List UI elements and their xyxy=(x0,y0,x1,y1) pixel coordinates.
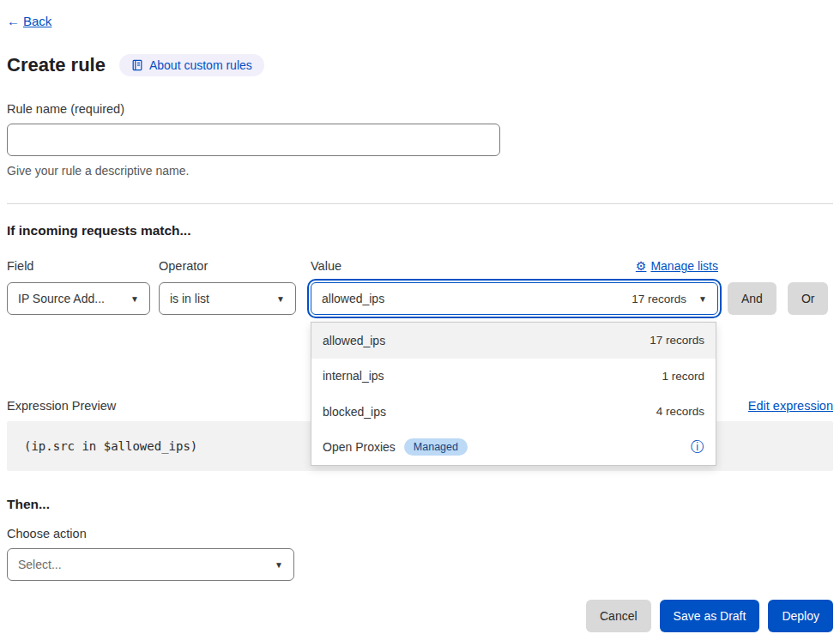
match-labels-row: Field Operator Value ⚙Manage lists xyxy=(7,259,833,273)
value-column-label: Value xyxy=(311,259,341,273)
chevron-down-icon: ▼ xyxy=(275,560,283,570)
back-label: Back xyxy=(23,14,51,28)
page-title: Create rule xyxy=(7,54,106,76)
value-select-wrap: allowed_ips 17 records ▼ allowed_ips 17 … xyxy=(311,282,718,315)
match-section-heading: If incoming requests match... xyxy=(7,223,833,239)
chevron-down-icon: ▼ xyxy=(698,294,707,304)
action-select-placeholder: Select... xyxy=(18,558,62,571)
field-column-label: Field xyxy=(7,259,159,273)
deploy-button[interactable]: Deploy xyxy=(768,600,833,632)
list-item-records: 1 record xyxy=(662,370,704,383)
chevron-down-icon: ▼ xyxy=(276,294,285,304)
rule-name-helper: Give your rule a descriptive name. xyxy=(7,164,833,178)
and-button[interactable]: And xyxy=(728,282,777,315)
list-item-internal-ips[interactable]: internal_ips 1 record xyxy=(311,359,716,395)
info-icon[interactable]: ⓘ xyxy=(691,438,704,456)
gear-icon: ⚙ xyxy=(636,259,647,273)
manage-lists-label: Manage lists xyxy=(650,259,718,273)
cancel-button[interactable]: Cancel xyxy=(586,600,651,632)
section-divider xyxy=(7,203,833,204)
value-select-value: allowed_ips xyxy=(322,292,384,305)
back-link[interactable]: ←Back xyxy=(7,14,51,28)
about-badge-label: About custom rules xyxy=(149,58,252,72)
about-custom-rules-badge[interactable]: About custom rules xyxy=(119,54,264,76)
choose-action-label: Choose action xyxy=(7,527,833,540)
back-arrow-icon: ← xyxy=(7,14,20,28)
back-row: ←Back xyxy=(7,14,833,28)
edit-expression-link[interactable]: Edit expression xyxy=(748,399,833,413)
create-rule-page: ←Back Create rule About custom rules Rul… xyxy=(0,0,840,632)
list-item-name: internal_ips xyxy=(323,369,384,383)
list-item-records: 4 records xyxy=(656,405,704,418)
action-select[interactable]: Select... ▼ xyxy=(7,548,294,581)
chevron-down-icon: ▼ xyxy=(130,294,139,304)
field-select[interactable]: IP Source Add... ▼ xyxy=(7,282,150,315)
rule-name-input[interactable] xyxy=(7,124,500,156)
match-selects-row: IP Source Add... ▼ is in list ▼ allowed_… xyxy=(7,282,833,315)
footer-actions: Cancel Save as Draft Deploy xyxy=(7,600,833,632)
rule-name-label: Rule name (required) xyxy=(7,102,833,116)
operator-column-label: Operator xyxy=(159,259,311,273)
list-item-open-proxies[interactable]: Open Proxies Managed ⓘ xyxy=(311,430,716,466)
list-item-allowed-ips[interactable]: allowed_ips 17 records xyxy=(311,323,716,359)
list-item-name: blocked_ips xyxy=(323,405,386,419)
list-item-name: Open Proxies xyxy=(323,440,396,454)
value-select-records: 17 records xyxy=(632,293,686,305)
list-item-records: 17 records xyxy=(650,334,704,347)
managed-badge: Managed xyxy=(404,438,468,456)
or-button[interactable]: Or xyxy=(788,282,829,315)
list-item-name: allowed_ips xyxy=(323,334,385,347)
list-item-blocked-ips[interactable]: blocked_ips 4 records xyxy=(311,394,716,430)
value-select[interactable]: allowed_ips 17 records ▼ xyxy=(311,282,718,315)
operator-select[interactable]: is in list ▼ xyxy=(159,282,296,315)
field-select-value: IP Source Add... xyxy=(18,292,105,305)
expression-preview-label: Expression Preview xyxy=(7,399,116,413)
save-as-draft-button[interactable]: Save as Draft xyxy=(660,600,760,632)
operator-select-value: is in list xyxy=(170,292,209,305)
value-dropdown-menu: allowed_ips 17 records internal_ips 1 re… xyxy=(311,322,716,466)
manage-lists-link[interactable]: ⚙Manage lists xyxy=(636,259,718,273)
book-icon xyxy=(131,59,143,71)
title-row: Create rule About custom rules xyxy=(7,54,833,76)
then-heading: Then... xyxy=(7,497,833,512)
